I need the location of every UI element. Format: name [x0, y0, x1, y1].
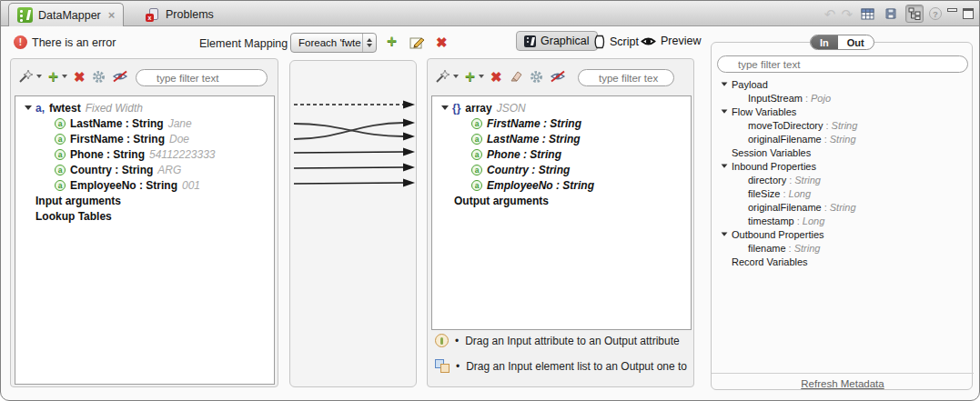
tree-row[interactable]: directory:String	[717, 173, 968, 186]
hide-eye-icon[interactable]	[112, 70, 128, 83]
tree-row[interactable]: originalFilename:String	[717, 132, 968, 145]
tree-row-lookup-tables[interactable]: Lookup Tables	[15, 208, 274, 224]
tree-row-flow-variables[interactable]: Flow Variables	[717, 105, 968, 118]
tree-row-record-variables[interactable]: Record Variables	[717, 255, 968, 268]
tab-problems[interactable]: x Problems	[137, 3, 222, 26]
tab-label: Problems	[166, 8, 214, 21]
attribute-icon	[55, 118, 66, 129]
element-mapping-select[interactable]: Foreach 'fwte	[290, 33, 377, 53]
refresh-metadata-link[interactable]: Refresh Metadata	[712, 378, 974, 389]
chevron-down-icon[interactable]	[479, 75, 484, 78]
tree-row[interactable]: Phone : String 54112223333	[15, 146, 274, 162]
redo-icon[interactable]: ↷	[841, 7, 853, 21]
tab-datamapper[interactable]: DataMapper ×	[8, 3, 124, 26]
expanded-arrow-icon[interactable]	[25, 105, 32, 110]
attribute-list-icon	[35, 102, 45, 115]
output-panel-toolbar	[435, 69, 566, 84]
tree-row-root[interactable]: fwtest Fixed Width	[15, 100, 274, 115]
tree-row[interactable]: Country : String ARG	[15, 162, 274, 177]
tree-row[interactable]: originalFilename:String	[717, 200, 968, 214]
expanded-arrow-icon[interactable]	[722, 164, 728, 167]
attribute-icon	[55, 180, 66, 191]
tree-row-root[interactable]: array JSON	[432, 100, 691, 115]
wand-icon[interactable]	[435, 69, 450, 84]
eraser-icon[interactable]	[509, 70, 523, 83]
tree-row[interactable]: filename:String	[717, 241, 968, 255]
expanded-arrow-icon[interactable]	[722, 109, 728, 113]
tree-row[interactable]: moveToDirectory:String	[717, 118, 968, 132]
attribute-icon	[471, 180, 482, 191]
tree-row[interactable]: fileSize:Long	[717, 186, 968, 200]
delete-mapping-icon[interactable]	[436, 35, 448, 49]
chevron-down-icon[interactable]	[36, 75, 42, 78]
delete-field-icon[interactable]	[74, 70, 86, 84]
tree-row[interactable]: LastName : String Jane	[15, 115, 274, 131]
tree-row-inbound-properties[interactable]: Inbound Properties	[717, 159, 968, 173]
mapping-canvas[interactable]	[289, 60, 417, 387]
edit-mapping-icon[interactable]	[409, 35, 425, 54]
gear-icon[interactable]	[92, 70, 106, 84]
tree-row[interactable]: EmployeeNo : String	[432, 177, 691, 193]
metadata-tree: Payload InputStream:Pojo Flow Variables …	[717, 77, 968, 268]
add-field-icon[interactable]	[465, 69, 475, 84]
save-icon[interactable]	[882, 5, 900, 23]
toggle-out[interactable]: Out	[838, 35, 874, 49]
output-filter-field[interactable]	[578, 69, 674, 86]
metadata-filter-field[interactable]	[717, 55, 968, 73]
tree-row-outbound-properties[interactable]: Outbound Properties	[717, 227, 968, 241]
graphical-view-button[interactable]: Graphical	[516, 31, 598, 51]
preview-view-button[interactable]: Preview	[641, 35, 701, 47]
problems-icon: x	[146, 7, 160, 22]
datamapper-window: DataMapper × x Problems ↶ ↷ There is an …	[0, 0, 980, 401]
minimize-icon[interactable]	[947, 8, 957, 12]
maximize-icon[interactable]	[963, 8, 974, 19]
tree-row-payload[interactable]: Payload	[717, 77, 968, 91]
chevron-updown-icon	[362, 34, 376, 52]
chevron-down-icon[interactable]	[62, 75, 67, 78]
drag-element-list-icon	[435, 359, 450, 373]
undo-icon[interactable]: ↶	[824, 7, 836, 21]
expanded-arrow-icon[interactable]	[441, 105, 449, 110]
graphical-icon	[524, 35, 536, 47]
tree-row[interactable]: InputStream:Pojo	[717, 91, 968, 105]
tree-row-session-variables[interactable]: Session Variables	[717, 145, 968, 159]
tree-view-icon[interactable]	[905, 5, 924, 23]
element-mapping-value: Foreach 'fwte	[298, 37, 361, 48]
wand-icon[interactable]	[18, 69, 33, 84]
tree-row[interactable]: LastName : String	[432, 131, 691, 146]
gear-icon[interactable]	[530, 70, 543, 84]
tree-row[interactable]: Phone : String	[432, 146, 691, 162]
tree-row[interactable]: EmployeeNo : String 001	[15, 177, 274, 193]
delete-field-icon[interactable]	[490, 70, 502, 84]
input-filter-field[interactable]	[136, 69, 268, 86]
json-object-icon	[452, 102, 460, 115]
tree-row[interactable]: Country : String	[432, 162, 691, 177]
tree-row[interactable]: FirstName : String	[432, 115, 691, 131]
add-field-icon[interactable]	[48, 69, 58, 84]
expanded-arrow-icon[interactable]	[722, 82, 728, 85]
element-mapping-label: Element Mapping	[199, 37, 288, 50]
tree-row-input-arguments[interactable]: Input arguments	[15, 193, 274, 208]
hide-eye-icon[interactable]	[550, 70, 566, 83]
graphical-label: Graphical	[541, 35, 590, 47]
script-view-button[interactable]: Script	[593, 35, 639, 49]
chevron-down-icon[interactable]	[453, 75, 459, 78]
close-icon[interactable]: ×	[108, 8, 116, 22]
expanded-arrow-icon[interactable]	[722, 232, 728, 236]
tree-row[interactable]: FirstName : String Doe	[15, 131, 274, 146]
hint-drag-attribute: • Drag an Input attribute to an Output a…	[435, 334, 692, 347]
mapping-lines	[290, 61, 416, 386]
tree-row[interactable]: timestamp:Long	[717, 214, 968, 227]
preview-label: Preview	[661, 35, 701, 47]
toggle-in[interactable]: In	[811, 35, 838, 49]
tree-row-output-arguments[interactable]: Output arguments	[432, 193, 691, 208]
attribute-icon	[55, 165, 66, 175]
input-tree: fwtest Fixed Width LastName : String Jan…	[15, 95, 275, 385]
help-icon[interactable]	[929, 7, 942, 20]
table-view-icon[interactable]	[858, 5, 876, 23]
divider	[712, 373, 974, 374]
metadata-panel: Payload InputStream:Pojo Flow Variables …	[711, 42, 973, 390]
add-mapping-icon[interactable]	[387, 34, 397, 48]
editor-tab-bar: DataMapper × x Problems ↶ ↷	[1, 1, 979, 26]
root-name: array	[465, 102, 491, 115]
